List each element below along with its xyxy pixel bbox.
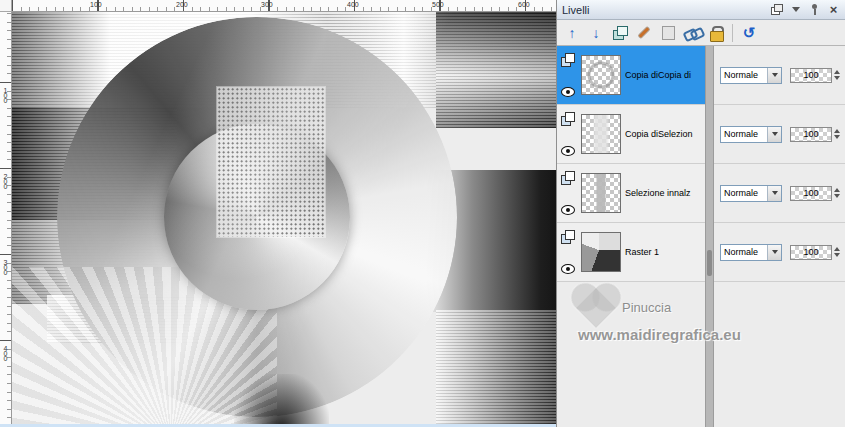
opacity-value: 100 xyxy=(803,247,818,257)
layer-type-icon xyxy=(561,230,575,244)
layer-icon-column xyxy=(561,230,577,274)
layer-row-controls: Normale 100 xyxy=(714,105,845,164)
layer-row-controls: Normale 100 xyxy=(714,223,845,282)
dropdown-arrow-icon[interactable] xyxy=(767,186,781,201)
layer-row: Copia diCopia di Normale 100 xyxy=(557,46,845,105)
chevron-down-icon[interactable] xyxy=(789,3,802,16)
layer-name: Copia diCopia di xyxy=(625,70,691,80)
layer-row-main[interactable]: Selezione innalz xyxy=(557,164,705,223)
vertical-ruler: 100 200 300 400 xyxy=(0,12,12,427)
opacity-control: 100 xyxy=(790,186,841,201)
new-layer-button[interactable] xyxy=(609,23,631,43)
ruler-label: 100 xyxy=(90,1,102,8)
palette-title: Livelli xyxy=(562,4,770,16)
move-layer-down-button[interactable] xyxy=(585,23,607,43)
dropdown-arrow-icon[interactable] xyxy=(767,68,781,83)
dropdown-arrow-icon[interactable] xyxy=(767,245,781,260)
ruler-label: 100 xyxy=(2,87,9,102)
layer-thumbnail[interactable] xyxy=(581,173,621,213)
toolbar-divider xyxy=(732,24,733,42)
canvas-area: 100 200 300 400 500 600 100 200 300 400 xyxy=(0,0,556,427)
layer-icon-column xyxy=(561,112,577,156)
layer-thumbnail[interactable] xyxy=(581,114,621,154)
ruler-label: 200 xyxy=(2,173,9,188)
layer-row: Raster 1 Normale 100 xyxy=(557,223,845,282)
opacity-field[interactable]: 100 xyxy=(790,127,832,142)
opacity-control: 100 xyxy=(790,245,841,260)
layer-row: Selezione innalz Normale 100 xyxy=(557,164,845,223)
layer-thumbnail[interactable] xyxy=(581,232,621,272)
opacity-spinner[interactable] xyxy=(832,245,841,260)
layer-row-controls: Normale 100 xyxy=(714,46,845,105)
lock-transparency-button[interactable] xyxy=(705,23,727,43)
opacity-spinner[interactable] xyxy=(832,186,841,201)
blend-mode-value: Normale xyxy=(721,129,767,139)
ruler-corner xyxy=(0,0,12,12)
row-gap xyxy=(705,164,714,223)
opacity-field[interactable]: 100 xyxy=(790,68,832,83)
ruler-label: 300 xyxy=(261,1,273,8)
blend-mode-dropdown[interactable]: Normale xyxy=(720,244,782,261)
row-gap xyxy=(705,46,714,105)
visibility-eye-icon[interactable] xyxy=(561,146,575,156)
pin-icon[interactable] xyxy=(808,3,821,16)
artwork-halftone-dots xyxy=(217,87,325,237)
layer-name: Copia diSelezion xyxy=(625,129,693,139)
link-layers-button[interactable] xyxy=(681,23,703,43)
edit-layer-button[interactable] xyxy=(633,23,655,43)
layer-row-controls: Normale 100 xyxy=(714,164,845,223)
layers-palette: Livelli xyxy=(556,0,845,427)
layer-name: Selezione innalz xyxy=(625,188,691,198)
layer-row-main[interactable]: Copia diSelezion xyxy=(557,105,705,164)
opacity-control: 100 xyxy=(790,127,841,142)
undo-button[interactable] xyxy=(738,23,760,43)
ruler-label: 200 xyxy=(176,1,188,8)
visibility-eye-icon[interactable] xyxy=(561,264,575,274)
layer-icon-column xyxy=(561,53,577,97)
app-window: 100 200 300 400 500 600 100 200 300 400 xyxy=(0,0,845,427)
opacity-value: 100 xyxy=(803,129,818,139)
opacity-control: 100 xyxy=(790,68,841,83)
ruler-label: 500 xyxy=(432,1,444,8)
opacity-field[interactable]: 100 xyxy=(790,245,832,260)
opacity-value: 100 xyxy=(803,188,818,198)
layer-name: Raster 1 xyxy=(625,247,659,257)
opacity-value: 100 xyxy=(803,70,818,80)
image-canvas[interactable] xyxy=(12,12,556,424)
visibility-eye-icon[interactable] xyxy=(561,87,575,97)
layers-toolbar xyxy=(557,20,845,46)
layer-icon-column xyxy=(561,171,577,215)
ruler-label: 600 xyxy=(518,1,530,8)
layer-type-icon xyxy=(561,112,575,126)
ruler-label: 400 xyxy=(2,345,9,360)
layer-type-icon xyxy=(561,53,575,67)
artwork-dark-wedge xyxy=(234,374,329,424)
ruler-label: 400 xyxy=(347,1,359,8)
opacity-field[interactable]: 100 xyxy=(790,186,832,201)
blend-mode-dropdown[interactable]: Normale xyxy=(720,185,782,202)
opacity-spinner[interactable] xyxy=(832,68,841,83)
layer-type-icon xyxy=(561,171,575,185)
layer-row: Copia diSelezion Normale 100 xyxy=(557,105,845,164)
artwork-topright-stripes xyxy=(436,12,556,128)
float-palette-icon[interactable] xyxy=(770,3,783,16)
blend-mode-value: Normale xyxy=(721,247,767,257)
layer-thumbnail[interactable] xyxy=(581,55,621,95)
blend-mode-dropdown[interactable]: Normale xyxy=(720,67,782,84)
palette-title-bar[interactable]: Livelli xyxy=(557,0,845,20)
layer-row-main[interactable]: Raster 1 xyxy=(557,223,705,282)
dropdown-arrow-icon[interactable] xyxy=(767,127,781,142)
row-gap xyxy=(705,105,714,164)
close-icon[interactable] xyxy=(827,3,840,16)
layer-row-main[interactable]: Copia diCopia di xyxy=(557,46,705,105)
blend-mode-value: Normale xyxy=(721,70,767,80)
horizontal-ruler: 100 200 300 400 500 600 xyxy=(12,0,556,12)
duplicate-layer-button[interactable] xyxy=(657,23,679,43)
layer-list: Copia diCopia di Normale 100 xyxy=(557,46,845,282)
opacity-spinner[interactable] xyxy=(832,127,841,142)
visibility-eye-icon[interactable] xyxy=(561,205,575,215)
blend-mode-dropdown[interactable]: Normale xyxy=(720,126,782,143)
move-layer-up-button[interactable] xyxy=(561,23,583,43)
artwork-bottomright-stripes xyxy=(436,310,556,424)
blend-mode-value: Normale xyxy=(721,188,767,198)
